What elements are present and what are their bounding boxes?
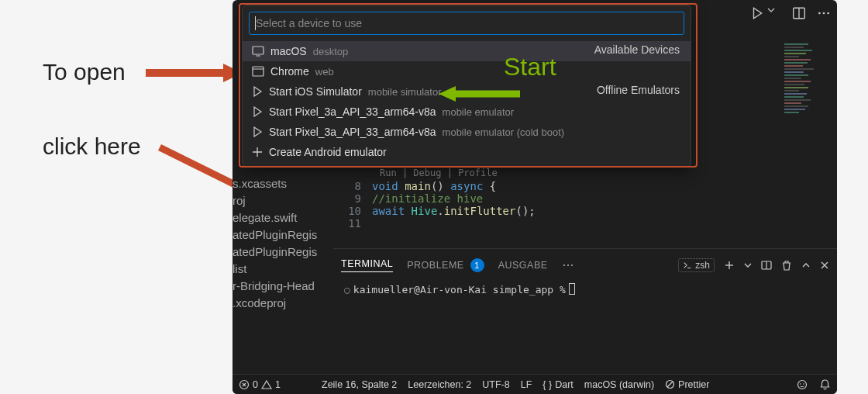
terminal-body[interactable]: ○kaimueller@Air-von-Kai simple_app % (333, 277, 837, 302)
status-lang[interactable]: { }Dart (542, 379, 573, 390)
desktop-icon (252, 46, 264, 57)
status-eol[interactable]: LF (521, 379, 532, 390)
palette-item-label: Start Pixel_3a_API_33_arm64-v8a (269, 105, 436, 118)
section-offline: Offline Emulators (597, 84, 691, 96)
code-text: void main() async { (372, 180, 496, 192)
play-icon (252, 86, 263, 97)
palette-item-create-emulator[interactable]: Create Android emulator (243, 142, 691, 162)
ban-icon (665, 379, 675, 389)
palette-item-label: Create Android emulator (269, 146, 387, 158)
svg-point-8 (827, 12, 829, 15)
panel: TERMINAL PROBLEME 1 AUSGABE zsh (333, 248, 837, 302)
status-encoding[interactable]: UTF-8 (482, 379, 509, 390)
status-bar: 0 1 Zeile 16, Spalte 2 Leerzeichen: 2 UT… (232, 374, 837, 394)
palette-item-sub: mobile simulator (368, 86, 442, 98)
svg-point-25 (798, 380, 807, 389)
titlebar-actions (750, 6, 831, 20)
annotation-click-here: click here (43, 133, 141, 160)
code-text: //initialize hive (372, 192, 483, 205)
palette-item-sub: desktop (313, 46, 349, 57)
svg-point-26 (800, 383, 801, 385)
editor[interactable]: Run | Debug | Profile 8void main() async… (333, 168, 837, 230)
terminal-prompt: kaimueller@Air-von-Kai simple_app % (353, 284, 566, 296)
palette-item-pixel-cold[interactable]: Start Pixel_3a_API_33_arm64-v8a mobile e… (243, 122, 691, 142)
svg-marker-29 (439, 86, 456, 102)
palette-placeholder: Select a device to use (256, 17, 362, 29)
svg-rect-11 (253, 67, 264, 76)
trash-icon[interactable] (781, 260, 792, 271)
status-device[interactable]: macOS (darwin) (584, 379, 654, 390)
more-icon[interactable] (562, 259, 574, 271)
status-cursor[interactable]: Zeile 16, Spalte 2 (322, 379, 397, 390)
file-sidebar: s.xcassets roj elegate.swift atedPluginR… (232, 175, 333, 312)
file-item[interactable]: atedPluginRegis (232, 226, 333, 244)
chevron-up-icon[interactable] (801, 261, 811, 270)
file-item[interactable]: .xcodeproj (232, 295, 333, 312)
minimap[interactable] (784, 43, 832, 144)
svg-point-6 (818, 12, 821, 15)
error-icon (239, 379, 250, 390)
palette-item-label: Chrome (270, 65, 309, 78)
code-text: await Hive.initFlutter(); (372, 205, 536, 217)
codelens-run-debug[interactable]: Run | Debug | Profile (380, 168, 837, 178)
palette-item-chrome[interactable]: Chrome web (243, 61, 691, 81)
svg-rect-9 (253, 47, 264, 54)
arrow-start (439, 85, 524, 106)
more-icon[interactable] (817, 6, 831, 20)
palette-item-label: Start Pixel_3a_API_33_arm64-v8a (269, 126, 436, 138)
file-item[interactable]: atedPluginRegis (232, 244, 333, 261)
split-icon[interactable] (792, 6, 806, 20)
arrow-open (146, 62, 246, 88)
annotation-start: Start (504, 53, 556, 81)
palette-item-sub: web (315, 66, 334, 78)
status-errors[interactable]: 0 1 (239, 379, 281, 390)
run-icon[interactable] (750, 6, 764, 20)
split-icon[interactable] (761, 260, 772, 271)
file-item[interactable]: r-Bridging-Head (232, 278, 333, 295)
plus-icon (252, 147, 263, 157)
chevron-down-icon[interactable] (744, 261, 752, 269)
play-icon (252, 106, 263, 117)
file-item[interactable]: elegate.swift (232, 209, 333, 226)
svg-line-24 (667, 382, 673, 387)
svg-point-17 (570, 264, 572, 266)
warning-icon (261, 379, 272, 390)
palette-item-label: Start iOS Simulator (269, 85, 362, 98)
palette-item-sub: mobile emulator (cold boot) (443, 126, 565, 138)
bell-icon[interactable] (819, 378, 831, 390)
svg-point-27 (803, 383, 804, 385)
chevron-down-icon[interactable] (767, 6, 781, 20)
line-number: 11 (333, 217, 372, 230)
svg-point-15 (563, 264, 564, 266)
palette-input[interactable]: Select a device to use (249, 12, 684, 35)
line-number: 9 (333, 192, 372, 205)
section-available: Available Devices (594, 43, 691, 56)
plus-icon[interactable] (724, 260, 735, 271)
annotation-to-open: To open (43, 59, 126, 85)
shell-select[interactable]: zsh (678, 258, 715, 272)
line-number: 8 (333, 180, 372, 192)
svg-point-7 (823, 12, 825, 15)
line-number: 10 (333, 205, 372, 217)
close-icon[interactable] (820, 261, 829, 270)
palette-item-label: macOS (270, 45, 307, 57)
problems-badge: 1 (470, 258, 484, 272)
status-spaces[interactable]: Leerzeichen: 2 (408, 379, 471, 390)
palette-item-sub: mobile emulator (443, 106, 515, 118)
file-item[interactable]: s.xcassets (232, 175, 333, 192)
feedback-icon[interactable] (796, 378, 808, 391)
browser-icon (252, 66, 264, 77)
file-item[interactable]: roj (232, 192, 333, 209)
tab-problems[interactable]: PROBLEME 1 (407, 258, 484, 272)
status-prettier[interactable]: Prettier (665, 379, 709, 390)
play-icon (252, 126, 263, 137)
tab-output[interactable]: AUSGABE (498, 260, 548, 271)
terminal-cursor (569, 283, 575, 295)
tab-terminal[interactable]: TERMINAL (341, 258, 393, 272)
file-item[interactable]: list (232, 261, 333, 278)
svg-point-16 (567, 264, 568, 266)
